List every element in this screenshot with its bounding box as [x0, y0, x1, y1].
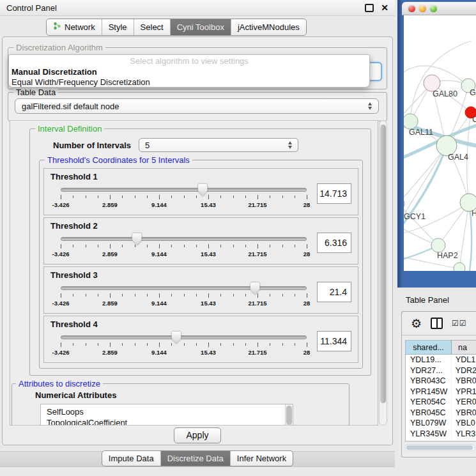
threshold-value-field[interactable]: 6.316 — [317, 233, 351, 253]
table-panel: ⚙ ☑☑ shared... na YDL19... YDL1 YDR27...… — [401, 311, 476, 457]
mac-zoom-button[interactable] — [430, 5, 437, 12]
apply-button[interactable]: Apply — [174, 427, 220, 443]
bottom-tabbar: Impute Data Discretize Data Infer Networ… — [0, 451, 395, 467]
threshold-value-field[interactable]: 11.344 — [317, 331, 351, 351]
table-row[interactable]: YBR045C YBR0 — [406, 408, 476, 418]
node-HAP2[interactable] — [431, 238, 445, 252]
network-icon — [53, 22, 61, 32]
control-panel: Control Panel ✕ Netw — [0, 0, 395, 476]
attribute-item[interactable]: TopologicalCoefficient — [47, 417, 293, 426]
algorithm-placeholder: Select algorithm to view settings — [9, 56, 369, 67]
table-data-value: galFiltered.sif default node — [22, 102, 119, 111]
attributes-scrollbar[interactable] — [285, 404, 293, 426]
network-edge — [404, 204, 438, 245]
mac-minimize-button[interactable] — [419, 5, 426, 12]
column-header-shared-name[interactable]: shared... — [406, 341, 452, 354]
attribute-item[interactable]: SelfLoops — [47, 406, 293, 417]
slider-track[interactable] — [61, 286, 307, 290]
tab-cyni-toolbox[interactable]: Cyni Toolbox — [170, 19, 231, 35]
gear-icon[interactable]: ⚙ — [411, 318, 422, 330]
threshold-slider[interactable]: -3.4262.8599.14415.4321.71528 — [61, 333, 307, 358]
network-window: GAL80GACGAL11GAL4GCY1HHAP2 — [397, 0, 476, 288]
mac-close-button[interactable] — [408, 5, 415, 12]
table-row[interactable]: YDL19... YDL1 — [406, 355, 476, 365]
node-label: GAL11 — [409, 128, 433, 137]
slider-tick-labels: -3.4262.8599.14415.4321.71528 — [61, 250, 307, 258]
slider-ticks — [61, 342, 307, 348]
node-table: shared... na YDL19... YDL1 YDR27... YDR2… — [405, 340, 476, 441]
tab-network[interactable]: Network — [47, 19, 102, 35]
threshold-slider[interactable]: -3.4262.8599.14415.4321.71528 — [61, 284, 307, 309]
thresholds-group-label: Threshold's Coordinates for 5 Intervals — [45, 155, 192, 165]
threshold-slider[interactable]: -3.4262.8599.14415.4321.71528 — [61, 234, 307, 260]
tab-jactivemnodules[interactable]: jActiveMNodules — [231, 19, 306, 35]
threshold-value-field[interactable]: 14.713 — [317, 183, 351, 204]
table-panel-titlebar: Table Panel — [397, 291, 476, 308]
node-label: GCY1 — [404, 212, 426, 221]
tab-impute-data[interactable]: Impute Data — [102, 451, 160, 466]
node-label: C — [472, 115, 476, 124]
table-row[interactable]: YPR145W YPR1 — [406, 387, 476, 397]
tab-discretize-data[interactable]: Discretize Data — [160, 451, 230, 466]
algorithm-dropdown-popup: Select algorithm to view settings Manual… — [8, 54, 370, 88]
tab-select[interactable]: Select — [134, 19, 170, 35]
slider-ticks — [61, 244, 307, 249]
threshold-panel: Threshold 4 -3.4262.8599.14415.4321.7152… — [43, 316, 358, 363]
threshold-label: Threshold 2 — [49, 221, 353, 231]
control-panel-titlebar: Control Panel ✕ — [0, 0, 395, 16]
stepper-arrows-icon — [368, 102, 372, 110]
slider-tick-labels: -3.4262.8599.14415.4321.71528 — [61, 349, 307, 357]
settings-scrollbar[interactable] — [379, 120, 387, 426]
float-window-icon[interactable] — [365, 4, 374, 12]
column-header-name[interactable]: na — [452, 341, 476, 354]
attributes-group: Attributes to discretize Numerical Attri… — [12, 383, 349, 426]
table-data-label: Table Data — [13, 88, 58, 97]
table-row[interactable]: YLR345W YLR3 — [406, 429, 476, 440]
node-GAL11[interactable] — [404, 114, 418, 129]
screen: Control Panel ✕ Netw — [0, 0, 476, 476]
control-panel-title: Control Panel — [6, 3, 57, 13]
slider-track[interactable] — [61, 188, 307, 192]
attribute-items: SelfLoopsTopologicalCoefficientBetweenne… — [47, 406, 293, 426]
node-label: H — [472, 209, 476, 218]
table-row[interactable]: YIL052C YIL0 — [406, 439, 476, 441]
network-edge — [404, 146, 447, 220]
algorithm-option-manual[interactable]: Manual Discretization — [9, 67, 369, 77]
number-of-intervals-combobox[interactable]: 5 — [139, 138, 298, 152]
table-row[interactable]: YBR043C YBR0 — [406, 376, 476, 387]
threshold-value-field[interactable]: 21.4 — [317, 282, 351, 302]
algorithm-option-equal-width[interactable]: Equal Width/Frequency Discretization — [9, 77, 369, 88]
table-horizontal-scrollbar[interactable] — [404, 444, 475, 451]
slider-track[interactable] — [61, 335, 307, 339]
select-columns-checkboxes-icon[interactable]: ☑☑ — [452, 319, 467, 328]
top-tabbar: Network Style Select Cyni Toolbox jActiv… — [46, 19, 307, 36]
slider-track[interactable] — [61, 237, 307, 241]
thresholds-group: Threshold's Coordinates for 5 Intervals … — [39, 160, 363, 369]
cyni-content-frame: Discretization Algorithm Select algorith… — [2, 36, 393, 445]
network-view-canvas[interactable]: GAL80GACGAL11GAL4GCY1HHAP2 — [404, 15, 476, 271]
discretization-algorithm-label: Discretization Algorithm — [13, 43, 105, 52]
threshold-label: Threshold 4 — [49, 319, 353, 329]
tab-style[interactable]: Style — [102, 19, 134, 35]
slider-tick-labels: -3.4262.8599.14415.4321.71528 — [61, 300, 307, 307]
interval-definition-label: Interval Definition — [35, 124, 104, 134]
network-window-titlebar — [402, 2, 476, 15]
threshold-slider[interactable]: -3.4262.8599.14415.4321.71528 — [61, 185, 307, 211]
close-icon[interactable]: ✕ — [381, 3, 388, 12]
attributes-group-label: Attributes to discretize — [16, 379, 103, 388]
tab-infer-network[interactable]: Infer Network — [230, 451, 293, 466]
slider-tick-labels: -3.4262.8599.14415.4321.71528 — [61, 201, 307, 209]
table-data-combobox[interactable]: galFiltered.sif default node — [15, 98, 379, 114]
table-row[interactable]: YER054C YER0 — [406, 397, 476, 408]
node-label: GAL4 — [448, 153, 468, 162]
network-edge — [459, 203, 469, 268]
table-row[interactable]: YBL079W YBL0 — [406, 418, 476, 429]
node-GCY1[interactable] — [404, 197, 404, 210]
node-bottom-partial[interactable] — [454, 263, 465, 271]
column-layout-icon[interactable] — [431, 318, 443, 329]
numerical-attributes-label: Numerical Attributes — [35, 390, 342, 400]
numerical-attributes-list[interactable]: SelfLoopsTopologicalCoefficientBetweenne… — [40, 404, 293, 426]
table-row[interactable]: YDR27... YDR2 — [406, 365, 476, 376]
threshold-panel: Threshold 1 -3.4262.8599.14415.4321.7152… — [43, 168, 358, 215]
threshold-panel: Threshold 3 -3.4262.8599.14415.4321.7152… — [43, 266, 358, 314]
